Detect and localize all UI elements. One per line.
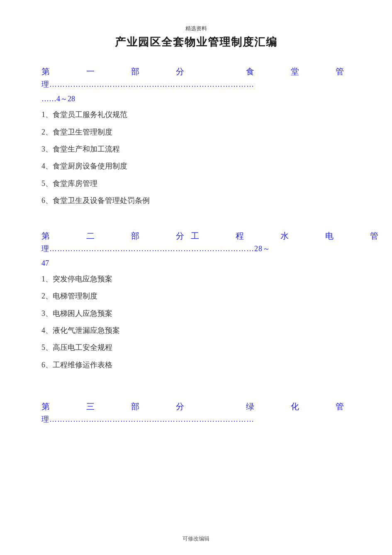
section-1-dots: 理…………………………………………………………………… xyxy=(41,77,351,91)
section-1-heading: 第 一 部 分 食 堂 管 xyxy=(41,66,351,77)
section-2-title-left: 第 二 部 分 xyxy=(41,230,191,242)
section-2-heading: 第 二 部 分 工 程 水 电 管 xyxy=(41,230,351,242)
section-2-item-6: 6、工程维修运作表格 xyxy=(41,357,351,374)
section-1-title-left: 第 一 部 分 xyxy=(41,66,191,77)
section-1-item-6: 6、食堂卫生及设备管理处罚条例 xyxy=(41,192,351,209)
section-2-item-3: 3、电梯困人应急预案 xyxy=(41,305,351,322)
section-2-dots: 理……………………………………………………………………28～ xyxy=(41,242,351,256)
section-3-heading: 第 三 部 分 绿 化 管 xyxy=(41,401,351,412)
section-2-block: 第 二 部 分 工 程 水 电 管 理………………………………………………………… xyxy=(41,230,351,374)
section-3-title-right: 绿 化 管 xyxy=(246,401,351,412)
section-1-item-2: 2、食堂卫生管理制度 xyxy=(41,124,351,141)
section-1-item-4: 4、食堂厨房设备使用制度 xyxy=(41,158,351,175)
section-3-title-left: 第 三 部 分 xyxy=(41,401,191,412)
footer-label: 可修改编辑 xyxy=(183,535,209,543)
section-1-item-5: 5、食堂库房管理 xyxy=(41,175,351,192)
main-title: 产业园区全套物业管理制度汇编 xyxy=(41,35,351,49)
section-2-item-4: 4、液化气泄漏应急预案 xyxy=(41,322,351,339)
section-1-title-right: 食 堂 管 xyxy=(246,66,351,77)
section-2-item-5: 5、高压电工安全规程 xyxy=(41,339,351,356)
section-1-item-3: 3、食堂生产和加工流程 xyxy=(41,141,351,158)
section-2-page-range: 47 xyxy=(41,256,351,271)
section-2-item-2: 2、电梯管理制度 xyxy=(41,288,351,305)
section-3-dots: 理…………………………………………………………………… xyxy=(41,412,351,426)
document-page: 精选资料 产业园区全套物业管理制度汇编 第 一 部 分 食 堂 管 理……………… xyxy=(0,0,392,555)
section-1-block: 第 一 部 分 食 堂 管 理…………………………………………………………………… xyxy=(41,66,351,210)
section-3-block: 第 三 部 分 绿 化 管 理…………………………………………………………………… xyxy=(41,401,351,426)
section-2-title-right: 工 程 水 电 管 xyxy=(191,230,385,242)
top-label: 精选资料 xyxy=(41,25,351,32)
section-2-item-1: 1、突发停电应急预案 xyxy=(41,271,351,288)
section-1-item-1: 1、食堂员工服务礼仪规范 xyxy=(41,106,351,123)
section-1-page-range: ……4～28 xyxy=(41,91,351,106)
